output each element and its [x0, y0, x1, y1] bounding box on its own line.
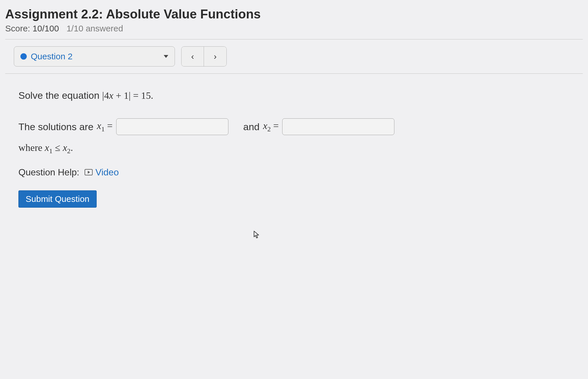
question-content: Solve the equation |4x + 1| = 15. The so…	[5, 81, 583, 211]
help-label: Question Help:	[18, 167, 79, 178]
video-help-link[interactable]: Video	[85, 167, 119, 178]
chevron-down-icon	[164, 55, 168, 58]
cursor-icon	[253, 230, 261, 241]
x1-input[interactable]	[116, 118, 228, 135]
and-label: and	[243, 121, 260, 132]
prev-question-button[interactable]: ‹	[182, 47, 204, 66]
question-label: Question 2	[31, 52, 72, 61]
answer-row: The solutions are x1 = and x2 =	[18, 118, 570, 135]
where-clause: where x1 ≤ x2.	[18, 142, 570, 155]
status-dot-icon	[20, 53, 27, 60]
submit-label: Submit Question	[26, 194, 89, 204]
x2-label: x2 =	[263, 120, 279, 133]
video-label: Video	[96, 167, 119, 178]
solutions-lead: The solutions are	[18, 121, 93, 132]
score-row: Score: 10/100 1/10 answered	[5, 24, 583, 33]
x1-label: x1 =	[97, 120, 113, 133]
video-icon	[85, 169, 93, 175]
divider	[5, 39, 583, 39]
submit-question-button[interactable]: Submit Question	[18, 190, 97, 208]
problem-statement: Solve the equation |4x + 1| = 15.	[18, 90, 570, 101]
problem-equation: |4x + 1| = 15.	[102, 90, 153, 101]
chevron-left-icon: ‹	[191, 52, 194, 61]
assignment-header: Assignment 2.2: Absolute Value Functions…	[5, 7, 583, 33]
x2-input[interactable]	[282, 118, 394, 135]
question-nav-row: Question 2 ‹ ›	[5, 46, 583, 67]
help-row: Question Help: Video	[18, 167, 570, 178]
score-label: Score:	[5, 24, 30, 33]
score-value: 10/100	[33, 24, 59, 33]
divider	[5, 73, 583, 74]
question-dropdown[interactable]: Question 2	[14, 46, 175, 67]
answered-count: 1/10 answered	[66, 24, 123, 33]
assignment-title: Assignment 2.2: Absolute Value Functions	[5, 7, 583, 21]
chevron-right-icon: ›	[214, 52, 217, 61]
next-question-button[interactable]: ›	[204, 47, 226, 66]
problem-lead: Solve the equation	[18, 90, 102, 101]
question-arrow-group: ‹ ›	[181, 46, 227, 67]
